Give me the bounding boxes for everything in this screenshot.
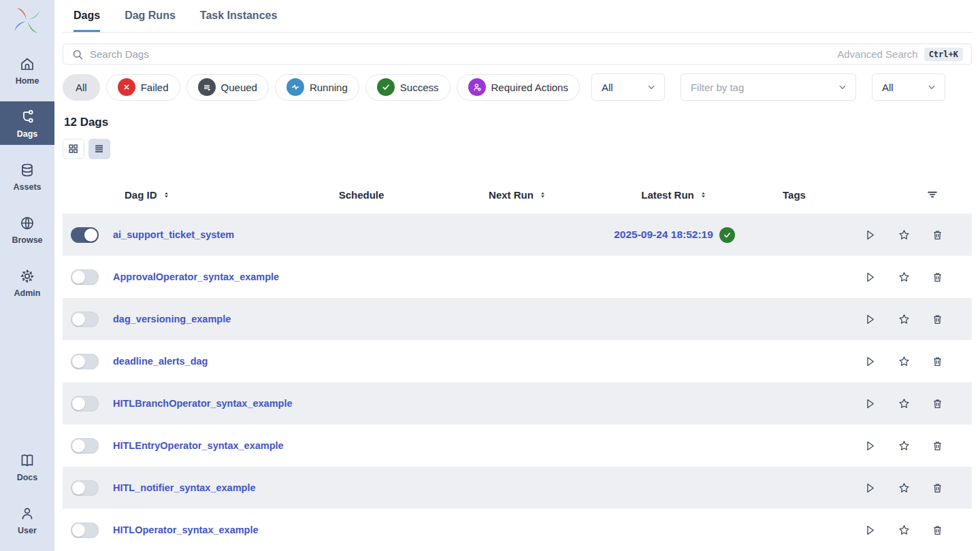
- column-header-latest-run[interactable]: Latest Run: [596, 189, 753, 201]
- list-view-icon: [93, 142, 106, 156]
- favorite-dag-button[interactable]: [895, 226, 913, 244]
- state-pill-running[interactable]: Running: [275, 74, 359, 101]
- table-view-button[interactable]: [88, 139, 110, 159]
- sort-icon: [699, 190, 708, 200]
- trash-icon: [931, 397, 944, 410]
- dag-pause-toggle[interactable]: [71, 396, 99, 412]
- trash-icon: [931, 229, 944, 241]
- dag-id-link[interactable]: ai_support_ticket_system: [113, 229, 234, 240]
- trigger-dag-button[interactable]: [861, 395, 879, 413]
- trigger-dag-button[interactable]: [861, 310, 879, 329]
- state-pill-all[interactable]: All: [63, 74, 100, 101]
- trash-icon: [931, 482, 944, 495]
- star-icon: [898, 439, 911, 452]
- dag-id-link[interactable]: HITLBranchOperator_syntax_example: [113, 398, 293, 409]
- delete-dag-button[interactable]: [928, 395, 947, 413]
- shortcut-badge: Ctrl+K: [924, 48, 963, 61]
- play-icon: [864, 229, 877, 241]
- table-row: HITLEntryOperator_syntax_example: [63, 424, 972, 467]
- sidebar-item-dags[interactable]: Dags: [0, 101, 54, 145]
- dag-pause-toggle[interactable]: [71, 480, 99, 496]
- favorite-dag-button[interactable]: [895, 352, 913, 371]
- favorite-dag-button[interactable]: [895, 521, 913, 539]
- sidebar-item-user[interactable]: User: [0, 498, 54, 541]
- main-content: DagsDag RunsTask Instances Advanced Sear…: [54, 0, 980, 551]
- column-label: Schedule: [339, 189, 385, 201]
- dag-id-link[interactable]: HITLOperator_syntax_example: [113, 524, 259, 535]
- search-bar: Advanced Search Ctrl+K: [63, 44, 972, 65]
- dag-pause-toggle[interactable]: [71, 522, 99, 538]
- trigger-dag-button[interactable]: [861, 226, 879, 244]
- search-input[interactable]: [90, 48, 831, 60]
- dag-id-link[interactable]: HITL_notifier_syntax_example: [113, 482, 256, 493]
- column-label: Dag ID: [125, 189, 157, 201]
- dag-pause-toggle[interactable]: [71, 438, 99, 454]
- delete-dag-button[interactable]: [928, 521, 947, 539]
- favorite-dag-button[interactable]: [895, 395, 913, 413]
- assets-icon: [19, 162, 35, 178]
- failed-icon: [118, 78, 135, 96]
- trigger-dag-button[interactable]: [861, 437, 879, 455]
- column-label: Next Run: [489, 189, 534, 201]
- delete-dag-button[interactable]: [928, 479, 947, 497]
- view-toggles: [63, 139, 972, 159]
- star-icon: [898, 313, 911, 326]
- delete-dag-button[interactable]: [928, 437, 947, 455]
- column-header-schedule: Schedule: [283, 189, 440, 201]
- delete-dag-button[interactable]: [928, 226, 947, 244]
- state-pill-queued[interactable]: Queued: [186, 74, 269, 101]
- column-header-next-run[interactable]: Next Run: [440, 189, 596, 201]
- favorite-dag-button[interactable]: [895, 437, 913, 455]
- state-pill-failed[interactable]: Failed: [106, 74, 180, 101]
- paused-filter-select[interactable]: All: [591, 73, 665, 101]
- browse-icon: [19, 215, 35, 231]
- tab-dag-runs[interactable]: Dag Runs: [125, 10, 176, 32]
- tag-filter-select[interactable]: Filter by tag: [681, 73, 856, 101]
- favorite-dag-button[interactable]: [895, 268, 913, 286]
- trigger-dag-button[interactable]: [861, 352, 879, 371]
- table-filter-button[interactable]: [836, 188, 972, 201]
- favorite-dag-button[interactable]: [895, 479, 913, 497]
- trigger-dag-button[interactable]: [861, 521, 879, 539]
- dag-pause-toggle[interactable]: [71, 354, 99, 369]
- dag-id-link[interactable]: dag_versioning_example: [113, 314, 231, 324]
- dag-pause-toggle[interactable]: [71, 312, 99, 327]
- queued-icon: [198, 78, 216, 96]
- dag-pause-toggle[interactable]: [71, 269, 99, 285]
- tab-dags[interactable]: Dags: [74, 10, 100, 32]
- sidebar-item-docs[interactable]: Docs: [0, 445, 54, 488]
- favorite-filter-select[interactable]: All: [872, 73, 945, 101]
- admin-icon: [19, 268, 35, 284]
- dag-id-link[interactable]: deadline_alerts_dag: [113, 356, 208, 367]
- column-header-dag-id[interactable]: Dag ID: [113, 189, 283, 201]
- sidebar-item-home[interactable]: Home: [0, 48, 54, 92]
- delete-dag-button[interactable]: [928, 310, 947, 329]
- trigger-dag-button[interactable]: [861, 268, 879, 286]
- state-pill-required-actions[interactable]: Required Actions: [457, 74, 580, 101]
- advanced-search-link[interactable]: Advanced Search: [837, 48, 917, 60]
- trash-icon: [931, 355, 944, 368]
- state-pill-success[interactable]: Success: [365, 74, 451, 101]
- trash-icon: [931, 439, 944, 452]
- tab-task-instances[interactable]: Task Instances: [200, 10, 278, 32]
- sidebar-item-admin[interactable]: Admin: [0, 261, 54, 304]
- pill-label: Failed: [141, 82, 169, 93]
- delete-dag-button[interactable]: [928, 352, 947, 371]
- sidebar-item-browse[interactable]: Browse: [0, 207, 54, 251]
- dag-pause-toggle[interactable]: [71, 227, 99, 243]
- play-icon: [864, 355, 877, 368]
- sidebar-item-assets[interactable]: Assets: [0, 154, 54, 198]
- dag-id-link[interactable]: HITLEntryOperator_syntax_example: [113, 440, 284, 451]
- running-icon: [287, 78, 304, 96]
- dag-id-link[interactable]: ApprovalOperator_syntax_example: [113, 271, 279, 282]
- trash-icon: [931, 524, 944, 537]
- card-view-button[interactable]: [63, 139, 84, 159]
- favorite-dag-button[interactable]: [895, 310, 913, 329]
- column-label: Tags: [783, 189, 806, 201]
- pill-label: Required Actions: [491, 82, 568, 93]
- star-icon: [898, 524, 911, 537]
- delete-dag-button[interactable]: [928, 268, 947, 286]
- latest-run-link[interactable]: 2025-09-24 18:52:19: [614, 229, 713, 241]
- trigger-dag-button[interactable]: [861, 479, 879, 497]
- required-actions-icon: [468, 78, 486, 96]
